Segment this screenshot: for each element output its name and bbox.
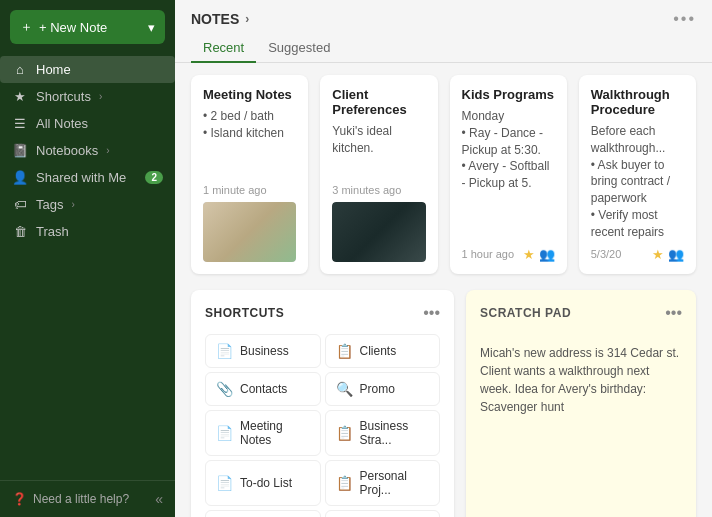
shortcuts-section: SHORTCUTS ••• 📄 Business 📋 Clients 📎 Con… <box>191 290 454 517</box>
trash-icon: 🗑 <box>12 224 28 239</box>
tags-icon: 🏷 <box>12 197 28 212</box>
plus-icon: ＋ <box>20 18 33 36</box>
shortcut-label: Meeting Notes <box>240 419 310 447</box>
header-more-button[interactable]: ••• <box>673 10 696 28</box>
shortcut-todo[interactable]: 📄 To-do List <box>205 460 321 506</box>
shortcut-label: Promo <box>360 382 395 396</box>
sidebar-item-notebooks[interactable]: 📓 Notebooks › <box>0 137 175 164</box>
new-note-button[interactable]: ＋ + New Note ▾ <box>10 10 165 44</box>
shortcut-label: Business <box>240 344 289 358</box>
sidebar-item-all-notes-label: All Notes <box>36 116 88 131</box>
header-arrow: › <box>245 12 249 26</box>
note-card-kids-programs[interactable]: Kids Programs Monday • Ray - Dance - Pic… <box>450 75 567 274</box>
shared-badge: 2 <box>145 171 163 184</box>
chevron-right-icon: › <box>99 91 102 102</box>
sidebar-item-shared[interactable]: 👤 Shared with Me 2 <box>0 164 175 191</box>
shortcut-label: To-do List <box>240 476 292 490</box>
sidebar-footer: ❓ Need a little help? « <box>0 480 175 517</box>
note-time: 3 minutes ago <box>332 184 425 196</box>
shortcuts-more-button[interactable]: ••• <box>423 304 440 322</box>
shortcut-label: Personal Proj... <box>360 469 430 497</box>
sidebar-item-notebooks-label: Notebooks <box>36 143 98 158</box>
sidebar-item-tags[interactable]: 🏷 Tags › <box>0 191 175 218</box>
question-icon: ❓ <box>12 492 27 506</box>
bottom-row: SHORTCUTS ••• 📄 Business 📋 Clients 📎 Con… <box>191 290 696 517</box>
clipboard-icon: 📋 <box>336 343 352 359</box>
note-card-meeting-notes[interactable]: Meeting Notes • 2 bed / bath • Island ki… <box>191 75 308 274</box>
shortcut-label: Business Stra... <box>360 419 430 447</box>
tab-suggested[interactable]: Suggested <box>256 34 342 63</box>
dropdown-icon: ▾ <box>148 20 155 35</box>
new-note-label: + New Note <box>39 20 107 35</box>
note-body: Before each walkthrough... • Ask buyer t… <box>591 123 684 241</box>
shared-icon: 👤 <box>12 170 28 185</box>
note-title: Client Preferences <box>332 87 425 117</box>
scratch-pad-body[interactable]: Micah's new address is 314 Cedar st. Cli… <box>480 344 682 416</box>
sidebar: ＋ + New Note ▾ ⌂ Home ★ Shortcuts › ☰ Al… <box>0 0 175 517</box>
sidebar-item-shortcuts[interactable]: ★ Shortcuts › <box>0 83 175 110</box>
shortcut-clients[interactable]: 📋 Clients <box>325 334 441 368</box>
sidebar-item-shortcuts-label: Shortcuts <box>36 89 91 104</box>
shortcuts-grid: 📄 Business 📋 Clients 📎 Contacts 🔍 Promo <box>205 334 440 517</box>
shortcut-contacts[interactable]: 📎 Contacts <box>205 372 321 406</box>
shortcut-label: Contacts <box>240 382 287 396</box>
people-icon: 👥 <box>539 247 555 262</box>
home-icon: ⌂ <box>12 62 28 77</box>
note-time: 1 hour ago <box>462 248 515 260</box>
clipboard-icon-3: 📋 <box>336 475 352 491</box>
note-card-walkthrough[interactable]: Walkthrough Procedure Before each walkth… <box>579 75 696 274</box>
scratch-pad-title: SCRATCH PAD <box>480 306 571 320</box>
chevron-right-icon-3: › <box>71 199 74 210</box>
sidebar-item-home[interactable]: ⌂ Home <box>0 56 175 83</box>
note-title: Meeting Notes <box>203 87 296 102</box>
scratch-pad: SCRATCH PAD ••• Micah's new address is 3… <box>466 290 696 517</box>
scratch-pad-header: SCRATCH PAD ••• <box>480 304 682 322</box>
sidebar-item-home-label: Home <box>36 62 71 77</box>
shortcut-maui[interactable]: 🔍 Maui <box>205 510 321 517</box>
collapse-icon[interactable]: « <box>155 491 163 507</box>
sidebar-item-trash-label: Trash <box>36 224 69 239</box>
shortcut-meeting-notes[interactable]: 📄 Meeting Notes <box>205 410 321 456</box>
scratch-pad-more-button[interactable]: ••• <box>665 304 682 322</box>
tab-recent[interactable]: Recent <box>191 34 256 63</box>
shortcut-business[interactable]: 📄 Business <box>205 334 321 368</box>
shortcut-label: Clients <box>360 344 397 358</box>
note-card-client-prefs[interactable]: Client Preferences Yuki's ideal kitchen.… <box>320 75 437 274</box>
shortcuts-icon: ★ <box>12 89 28 104</box>
note-time: 5/3/20 <box>591 248 622 260</box>
note-icons: ★ 👥 <box>652 247 684 262</box>
document-icon-3: 📄 <box>216 475 232 491</box>
main-scroll-area: Meeting Notes • 2 bed / bath • Island ki… <box>175 63 712 517</box>
note-body: • 2 bed / bath • Island kitchen <box>203 108 296 178</box>
sidebar-item-tags-label: Tags <box>36 197 63 212</box>
note-body: Yuki's ideal kitchen. <box>332 123 425 178</box>
people-icon: 👥 <box>668 247 684 262</box>
tabs-bar: Recent Suggested <box>175 34 712 63</box>
help-button[interactable]: ❓ Need a little help? <box>12 492 129 506</box>
shortcut-business-stra[interactable]: 📋 Business Stra... <box>325 410 441 456</box>
note-footer: 5/3/20 ★ 👥 <box>591 247 684 262</box>
shortcuts-header: SHORTCUTS ••• <box>205 304 440 322</box>
note-image <box>203 202 296 262</box>
notes-row: Meeting Notes • 2 bed / bath • Island ki… <box>191 75 696 274</box>
chevron-right-icon-2: › <box>106 145 109 156</box>
note-title: Kids Programs <box>462 87 555 102</box>
shortcut-leads[interactable]: 📎 Leads <box>325 510 441 517</box>
notebooks-icon: 📓 <box>12 143 28 158</box>
notes-title: NOTES <box>191 11 239 27</box>
main-header: NOTES › ••• <box>175 0 712 34</box>
shortcut-personal-proj[interactable]: 📋 Personal Proj... <box>325 460 441 506</box>
sidebar-item-trash[interactable]: 🗑 Trash <box>0 218 175 245</box>
note-body: Monday • Ray - Dance - Pickup at 5:30. •… <box>462 108 555 241</box>
note-title: Walkthrough Procedure <box>591 87 684 117</box>
main-content: NOTES › ••• Recent Suggested Meeting Not… <box>175 0 712 517</box>
clipboard-icon-2: 📋 <box>336 425 352 441</box>
help-label: Need a little help? <box>33 492 129 506</box>
star-icon: ★ <box>652 247 664 262</box>
sidebar-item-all-notes[interactable]: ☰ All Notes <box>0 110 175 137</box>
notes-icon: ☰ <box>12 116 28 131</box>
shortcut-promo[interactable]: 🔍 Promo <box>325 372 441 406</box>
note-image <box>332 202 425 262</box>
paperclip-icon: 📎 <box>216 381 232 397</box>
page-title: NOTES › <box>191 11 249 27</box>
